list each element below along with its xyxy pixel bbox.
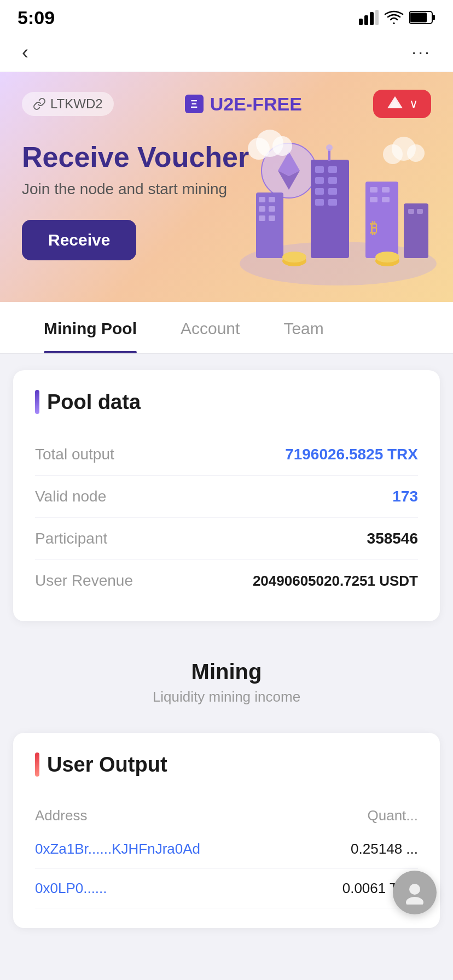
table-row: 0x0LP0...... 0.0061 TRX (35, 869, 418, 908)
floating-avatar[interactable] (393, 871, 437, 914)
mining-subtitle: Liquidity mining income (0, 689, 453, 705)
hero-subtitle: Join the node and start mining (22, 180, 431, 198)
more-button[interactable]: ··· (407, 38, 435, 67)
status-icons (359, 10, 435, 25)
avatar-icon (403, 880, 427, 905)
tab-mining-pool[interactable]: Mining Pool (22, 302, 159, 353)
total-output-value: 7196026.5825 TRX (285, 446, 418, 463)
wifi-icon (384, 10, 404, 25)
address-2: 0x0LP0...... (35, 880, 107, 897)
address-1: 0xZa1Br......KJHFnJra0Ad (35, 841, 200, 858)
status-time: 5:09 (18, 7, 55, 28)
svg-rect-0 (359, 19, 363, 25)
participant-value: 358546 (367, 530, 418, 547)
hero-title: Receive Voucher (22, 140, 431, 174)
tag-label: LTKWD2 (50, 96, 103, 112)
svg-rect-1 (364, 15, 368, 25)
address-col-header: Address (35, 807, 87, 824)
hero-tag[interactable]: LTKWD2 (22, 92, 114, 116)
nav-bar: ‹ ··· (0, 33, 453, 72)
participant-label: Participant (35, 530, 107, 547)
status-bar: 5:09 (0, 0, 453, 33)
logo-icon: Ξ (185, 95, 204, 113)
mining-section: Mining Liquidity mining income (0, 638, 453, 716)
pool-data-row-user-revenue: User Revenue 20490605020.7251 USDT (35, 560, 418, 602)
tab-account[interactable]: Account (159, 302, 262, 353)
battery-icon (409, 10, 435, 25)
user-output-title-row: User Output (35, 752, 418, 777)
svg-rect-6 (410, 13, 427, 22)
pool-data-card: Pool data Total output 7196026.5825 TRX … (13, 370, 440, 621)
valid-node-label: Valid node (35, 488, 106, 505)
pool-data-title: Pool data (47, 390, 141, 414)
user-revenue-label: User Revenue (35, 572, 133, 590)
mining-title: Mining (0, 660, 453, 684)
pool-data-row-total-output: Total output 7196026.5825 TRX (35, 434, 418, 476)
signal-icon (359, 10, 379, 25)
user-output-accent-bar (35, 752, 39, 777)
valid-node-value: 173 (392, 488, 418, 505)
link-icon (33, 97, 46, 110)
svg-rect-3 (375, 10, 379, 25)
hero-content: Receive Voucher Join the node and start … (22, 140, 431, 260)
table-row: 0xZa1Br......KJHFnJra0Ad 0.25148 ... (35, 830, 418, 869)
svg-point-50 (409, 884, 420, 895)
pool-data-row-participant: Participant 358546 (35, 518, 418, 560)
user-output-title: User Output (47, 753, 167, 777)
receive-button[interactable]: Receive (22, 220, 136, 260)
pool-data-row-valid-node: Valid node 173 (35, 476, 418, 518)
pool-accent-bar (35, 390, 39, 414)
user-output-card: User Output Address Quant... 0xZa1Br....… (13, 733, 440, 928)
user-revenue-value: 20490605020.7251 USDT (253, 573, 418, 590)
quantity-col-header: Quant... (368, 807, 419, 824)
svg-point-51 (406, 897, 423, 905)
quantity-1: 0.25148 ... (351, 841, 418, 858)
pool-data-title-row: Pool data (35, 390, 418, 414)
svg-rect-2 (370, 12, 374, 25)
total-output-label: Total output (35, 446, 114, 463)
svg-rect-5 (432, 15, 435, 20)
tabs-container: Mining Pool Account Team (0, 302, 453, 354)
tab-team[interactable]: Team (262, 302, 345, 353)
back-button[interactable]: ‹ (18, 37, 33, 68)
hero-banner: LTKWD2 Ξ U2E-FREE ∨ Receive Voucher Join… (0, 72, 453, 302)
table-header: Address Quant... (35, 796, 418, 830)
